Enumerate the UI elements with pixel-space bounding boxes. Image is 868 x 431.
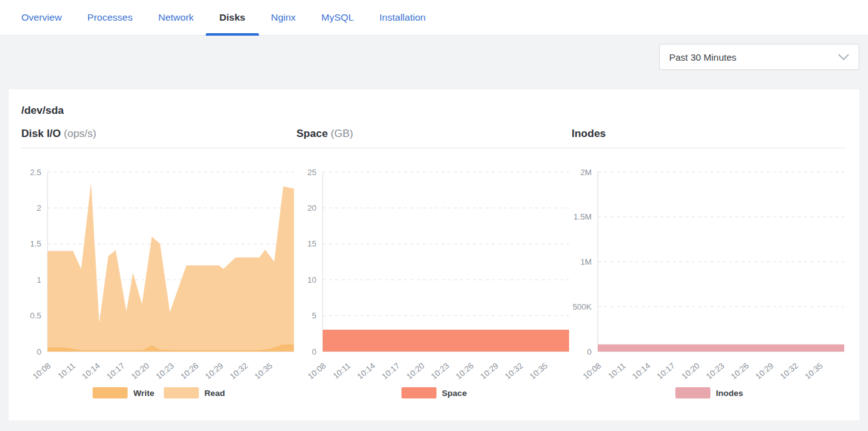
svg-text:1: 1 <box>37 275 41 285</box>
svg-text:5: 5 <box>312 311 316 320</box>
svg-text:0: 0 <box>587 347 592 357</box>
svg-text:10:29: 10:29 <box>478 361 500 381</box>
tab-bar: OverviewProcessesNetworkDisksNginxMySQLI… <box>0 0 868 36</box>
chart-unit: (GB) <box>331 128 353 139</box>
svg-text:10:20: 10:20 <box>129 361 151 381</box>
svg-text:2.5: 2.5 <box>30 168 41 177</box>
legend-label: Read <box>204 388 225 398</box>
toolbar: Past 30 Minutes <box>0 36 868 89</box>
legend-label: Write <box>133 388 154 398</box>
svg-text:10:11: 10:11 <box>331 361 352 381</box>
svg-text:10:23: 10:23 <box>429 361 451 381</box>
svg-text:10:14: 10:14 <box>355 361 377 381</box>
svg-text:10:35: 10:35 <box>253 361 275 381</box>
svg-text:1.5M: 1.5M <box>573 212 592 221</box>
svg-text:10:08: 10:08 <box>306 361 328 381</box>
svg-text:25: 25 <box>308 168 316 177</box>
svg-text:10:26: 10:26 <box>179 361 201 381</box>
legend-swatch-read <box>164 387 199 398</box>
svg-text:10:26: 10:26 <box>454 361 476 381</box>
svg-text:10:32: 10:32 <box>779 361 800 381</box>
svg-text:10:29: 10:29 <box>754 361 775 381</box>
svg-text:10:29: 10:29 <box>203 361 225 381</box>
tab-installation[interactable]: Installation <box>380 0 426 35</box>
chart-plot-inodes: 0500K1M1.5M2M10:0810:1110:1410:1710:2010… <box>572 148 847 383</box>
disk-card: /dev/sda Disk I/O (ops/s) Space (GB) Ino… <box>9 89 859 420</box>
legend-item-read: Read <box>164 387 225 398</box>
legend-swatch-space <box>401 387 437 398</box>
chart-unit: (ops/s) <box>64 128 96 139</box>
svg-text:10:20: 10:20 <box>405 361 426 381</box>
chart-inodes: 0500K1M1.5M2M10:0810:1110:1410:1710:2010… <box>572 148 847 398</box>
chart-headers: Disk I/O (ops/s) Space (GB) Inodes <box>21 127 847 140</box>
legend-item-write: Write <box>93 387 154 398</box>
svg-text:10:11: 10:11 <box>56 361 77 381</box>
svg-text:10:08: 10:08 <box>31 361 53 381</box>
svg-text:500K: 500K <box>573 302 592 312</box>
chart-plot-space: 051015202510:0810:1110:1410:1710:2010:23… <box>296 148 572 383</box>
svg-text:20: 20 <box>308 203 316 213</box>
svg-text:0.5: 0.5 <box>30 311 41 320</box>
svg-text:10:17: 10:17 <box>655 361 677 381</box>
time-range-value: Past 30 Minutes <box>669 52 737 63</box>
legend-label: Inodes <box>716 388 744 398</box>
svg-text:10:17: 10:17 <box>105 361 127 381</box>
svg-text:0: 0 <box>312 347 316 357</box>
chart-title: Disk I/O <box>21 128 61 139</box>
legend-swatch-write <box>93 387 128 398</box>
tab-overview[interactable]: Overview <box>21 0 62 35</box>
chart-title: Space <box>296 128 328 139</box>
device-title: /dev/sda <box>21 104 847 117</box>
svg-text:10: 10 <box>308 275 316 285</box>
svg-text:10:14: 10:14 <box>630 361 652 381</box>
tab-nginx[interactable]: Nginx <box>271 0 296 35</box>
chart-space: 051015202510:0810:1110:1410:1710:2010:23… <box>296 148 572 398</box>
legend-inodes: Inodes <box>572 387 847 398</box>
svg-text:15: 15 <box>308 239 316 248</box>
chart-disk-io: 00.511.522.510:0810:1110:1410:1710:2010:… <box>21 148 296 398</box>
svg-text:0: 0 <box>37 347 41 357</box>
chevron-down-icon <box>838 54 849 61</box>
svg-text:10:17: 10:17 <box>380 361 402 381</box>
legend-label: Space <box>442 388 467 398</box>
svg-text:10:14: 10:14 <box>80 361 102 381</box>
svg-text:10:26: 10:26 <box>729 361 751 381</box>
time-range-select[interactable]: Past 30 Minutes <box>659 44 859 70</box>
svg-text:10:23: 10:23 <box>154 361 176 381</box>
chart-header-space: Space (GB) <box>296 127 572 140</box>
svg-text:10:20: 10:20 <box>680 361 702 381</box>
tab-network[interactable]: Network <box>158 0 194 35</box>
legend-item-inodes: Inodes <box>675 387 744 398</box>
chart-header-inodes: Inodes <box>572 127 847 140</box>
svg-text:10:08: 10:08 <box>581 361 603 381</box>
svg-text:10:35: 10:35 <box>803 361 825 381</box>
tab-processes[interactable]: Processes <box>88 0 133 35</box>
charts-row: 00.511.522.510:0810:1110:1410:1710:2010:… <box>21 148 847 398</box>
svg-text:10:32: 10:32 <box>503 361 525 381</box>
svg-text:2M: 2M <box>580 168 592 177</box>
legend-swatch-inodes <box>675 387 710 398</box>
svg-text:10:32: 10:32 <box>228 361 250 381</box>
tab-disks[interactable]: Disks <box>220 0 245 35</box>
legend-disk-i-o: WriteRead <box>21 387 296 398</box>
svg-text:2: 2 <box>37 203 41 213</box>
tab-mysql[interactable]: MySQL <box>321 0 354 35</box>
svg-text:10:23: 10:23 <box>704 361 726 381</box>
svg-text:10:35: 10:35 <box>528 361 550 381</box>
chart-title: Inodes <box>572 128 606 139</box>
svg-text:1M: 1M <box>580 257 592 266</box>
legend-item-space: Space <box>401 387 467 398</box>
chart-header-disk-io: Disk I/O (ops/s) <box>21 127 296 140</box>
chart-plot-disk-i-o: 00.511.522.510:0810:1110:1410:1710:2010:… <box>21 148 296 383</box>
svg-text:1.5: 1.5 <box>30 239 41 248</box>
legend-space: Space <box>296 387 572 398</box>
svg-text:10:11: 10:11 <box>606 361 627 381</box>
